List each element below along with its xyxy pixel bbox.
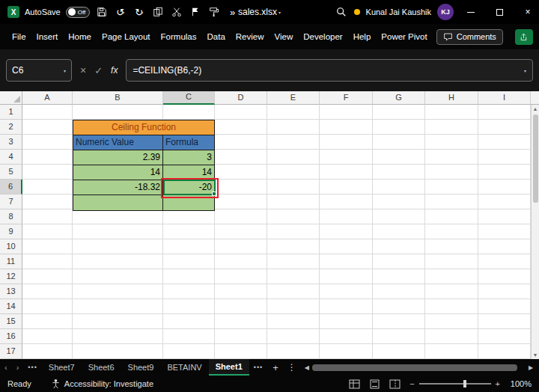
cell-C4[interactable]: 3 [163, 150, 214, 165]
close-button[interactable]: × [517, 0, 539, 24]
column-header-h[interactable]: H [425, 91, 478, 105]
cell-B7[interactable] [73, 195, 163, 210]
maximize-button[interactable] [488, 0, 511, 24]
vertical-scrollbar[interactable]: ▲ ▼ [531, 105, 539, 359]
zoom-slider[interactable] [419, 383, 491, 385]
row-header-12[interactable]: 12 [0, 269, 22, 284]
row-header-3[interactable]: 3 [0, 135, 22, 150]
row-header-13[interactable]: 13 [0, 284, 22, 299]
select-all-corner[interactable] [0, 91, 22, 105]
name-box[interactable]: C6 ▾ [6, 59, 72, 82]
cell-C3[interactable]: Formula [163, 135, 214, 150]
share-button[interactable] [515, 29, 533, 45]
row-header-6[interactable]: 6 [0, 180, 22, 195]
cells-area[interactable]: Ceiling Function Numeric Value Formula 2… [22, 105, 531, 359]
scroll-left-icon[interactable]: ◀ [302, 364, 312, 371]
column-header-i[interactable]: I [478, 91, 531, 105]
avatar[interactable]: KJ [437, 4, 454, 20]
flag-icon[interactable] [189, 5, 202, 19]
accessibility-status[interactable]: Accessibility: Investigate [51, 379, 153, 389]
tab-page-layout[interactable]: Page Layout [100, 29, 152, 44]
zoom-out-icon[interactable]: − [409, 379, 414, 388]
tab-review[interactable]: Review [234, 29, 266, 44]
undo-icon[interactable]: ↺▾ [114, 5, 127, 19]
document-title[interactable]: sales.xlsx ▾ [238, 0, 281, 24]
row-header-9[interactable]: 9 [0, 224, 22, 239]
column-header-d[interactable]: D [215, 91, 267, 105]
row-header-7[interactable]: 7 [0, 195, 22, 209]
vertical-scroll-thumb[interactable] [533, 114, 538, 203]
cancel-entry-icon[interactable]: × [80, 64, 86, 76]
confirm-entry-icon[interactable]: ✓ [94, 65, 103, 76]
sheet-tab-active[interactable]: Sheet1 [209, 359, 249, 376]
sheet-overflow-left[interactable]: ••• [23, 364, 41, 371]
row-header-14[interactable]: 14 [0, 299, 22, 314]
normal-view-icon[interactable] [349, 379, 360, 389]
scroll-up-icon[interactable]: ▲ [533, 105, 538, 113]
autosave-toggle[interactable]: Off [66, 7, 90, 18]
comments-button[interactable]: Comments [436, 29, 503, 45]
formula-input[interactable]: =CEILING(B6,-2) ▾ [126, 59, 533, 82]
cell-B6[interactable]: -18.32 [73, 180, 163, 195]
zoom-slider-handle[interactable] [463, 380, 466, 388]
row-header-2[interactable]: 2 [0, 120, 22, 135]
column-header-e[interactable]: E [267, 91, 320, 105]
zoom-level[interactable]: 100% [509, 379, 532, 388]
tab-power-pivot[interactable]: Power Pivot [380, 29, 428, 44]
more-commands-icon[interactable]: » [226, 5, 240, 19]
column-header-a[interactable]: A [22, 91, 73, 105]
cell-B5[interactable]: 14 [73, 165, 163, 180]
sheet-tab-sheet9[interactable]: Sheet9 [121, 359, 161, 376]
copy-icon[interactable] [151, 5, 165, 19]
sheet-tab-sheet6[interactable]: Sheet6 [82, 359, 121, 376]
row-header-4[interactable]: 4 [0, 150, 22, 165]
horizontal-scrollbar[interactable]: ◀ ▶ [302, 364, 536, 371]
horizontal-scroll-track[interactable] [312, 364, 526, 371]
search-icon[interactable] [335, 5, 348, 19]
sheet-overflow-right[interactable]: ••• [249, 364, 267, 371]
cut-icon[interactable] [170, 5, 183, 19]
cell-B2-merged-title[interactable]: Ceiling Function [73, 120, 214, 135]
redo-icon[interactable]: ↻▾ [133, 5, 146, 19]
row-header-17[interactable]: 17 [0, 344, 22, 359]
tab-home[interactable]: Home [67, 29, 93, 44]
column-header-f[interactable]: F [320, 91, 373, 105]
insert-function-icon[interactable]: fx [111, 65, 118, 76]
row-header-11[interactable]: 11 [0, 254, 22, 269]
format-painter-icon[interactable] [207, 5, 221, 19]
row-header-8[interactable]: 8 [0, 209, 22, 224]
tab-formulas[interactable]: Formulas [159, 29, 198, 44]
expand-formula-bar-icon[interactable]: ▾ [524, 68, 526, 73]
tab-data[interactable]: Data [206, 29, 227, 44]
sheet-nav-left-icon[interactable]: ‹ [0, 363, 12, 372]
cell-B4[interactable]: 2.39 [73, 150, 163, 165]
scroll-right-icon[interactable]: ▶ [526, 364, 536, 371]
sheet-tab-sheet7[interactable]: Sheet7 [42, 359, 82, 376]
row-header-5[interactable]: 5 [0, 165, 22, 180]
column-header-b[interactable]: B [73, 91, 163, 105]
tab-insert[interactable]: Insert [35, 29, 60, 44]
tab-help[interactable]: Help [352, 29, 373, 44]
tab-file[interactable]: File [10, 29, 28, 44]
cell-B3[interactable]: Numeric Value [73, 135, 163, 150]
column-header-c[interactable]: C [163, 91, 215, 105]
tab-view[interactable]: View [273, 29, 295, 44]
row-header-10[interactable]: 10 [0, 239, 22, 254]
horizontal-scroll-thumb[interactable] [312, 364, 517, 371]
sheet-options-icon[interactable]: ⋮ [284, 362, 300, 373]
sheet-tab-betainv[interactable]: BETAINV [160, 359, 208, 376]
row-header-15[interactable]: 15 [0, 314, 22, 329]
zoom-in-icon[interactable]: + [496, 379, 500, 388]
page-layout-view-icon[interactable] [369, 379, 380, 389]
tab-developer[interactable]: Developer [302, 29, 344, 44]
add-sheet-icon[interactable]: + [267, 362, 284, 373]
save-icon[interactable] [95, 5, 109, 19]
row-header-16[interactable]: 16 [0, 329, 22, 344]
status-bar: Ready Accessibility: Investigate − + 1 [0, 376, 539, 392]
minimize-button[interactable] [460, 0, 482, 24]
scroll-down-icon[interactable]: ▼ [533, 351, 538, 359]
sheet-nav-right-icon[interactable]: › [12, 363, 24, 372]
column-header-g[interactable]: G [373, 91, 425, 105]
row-header-1[interactable]: 1 [0, 105, 22, 120]
page-break-view-icon[interactable] [389, 379, 401, 389]
